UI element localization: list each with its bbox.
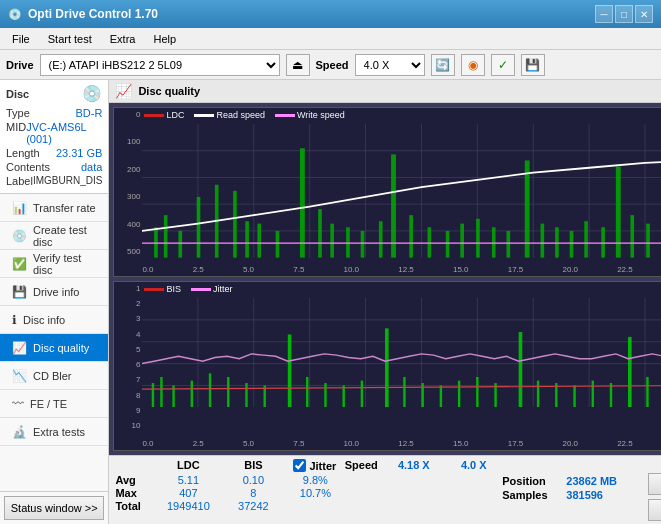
minimize-button[interactable]: ─ xyxy=(595,5,613,23)
sidebar: Disc 💿 Type BD-R MID JVC-AMS6L (001) Len… xyxy=(0,80,109,524)
chart-title: Disc quality xyxy=(138,85,200,97)
total-bis: 37242 xyxy=(223,500,283,512)
svg-rect-85 xyxy=(592,381,594,408)
legend-ldc: LDC xyxy=(144,110,184,120)
nav-verify-test-disc-label: Verify test disc xyxy=(33,252,96,276)
nav-drive-info-label: Drive info xyxy=(33,286,79,298)
jitter-header-label: Jitter xyxy=(309,460,336,472)
legend-bis: BIS xyxy=(144,284,181,294)
maximize-button[interactable]: □ xyxy=(615,5,633,23)
verify-button[interactable]: ✓ xyxy=(491,54,515,76)
menu-help[interactable]: Help xyxy=(145,31,184,47)
stats-panel: LDC BIS Jitter Speed 4.18 X 4.0 X Avg 5.… xyxy=(109,455,661,524)
drive-select[interactable]: (E:) ATAPI iHBS212 2 5L09 xyxy=(40,54,280,76)
mid-value: JVC-AMS6L (001) xyxy=(26,121,102,145)
avg-ldc: 5.11 xyxy=(153,474,223,486)
chart-header: 📈 Disc quality xyxy=(109,80,661,103)
speed-select[interactable]: 4.0 X xyxy=(355,54,425,76)
nav-fe-te-label: FE / TE xyxy=(30,398,67,410)
ldc-dot xyxy=(144,114,164,117)
svg-rect-79 xyxy=(477,377,479,407)
nav-extra-tests[interactable]: 🔬 Extra tests xyxy=(0,418,108,446)
menubar: File Start test Extra Help xyxy=(0,28,661,50)
menu-file[interactable]: File xyxy=(4,31,38,47)
position-row: Position 23862 MB xyxy=(502,475,642,487)
svg-rect-69 xyxy=(288,334,292,407)
drivebar: Drive (E:) ATAPI iHBS212 2 5L09 ⏏ Speed … xyxy=(0,50,661,80)
refresh-button[interactable]: 🔄 xyxy=(431,54,455,76)
stats-max-row: Max 407 8 10.7% xyxy=(115,487,496,499)
disc-info-icon: ℹ xyxy=(12,313,17,327)
speed-header: Speed xyxy=(336,459,386,472)
extra-tests-icon: 🔬 xyxy=(12,425,27,439)
svg-rect-31 xyxy=(446,231,450,258)
disc-icon: 💿 xyxy=(82,84,102,103)
svg-rect-37 xyxy=(541,224,545,258)
nav-extra-tests-label: Extra tests xyxy=(33,426,85,438)
nav-drive-info[interactable]: 💾 Drive info xyxy=(0,278,108,306)
max-ldc: 407 xyxy=(153,487,223,499)
legend-write-speed-label: Write speed xyxy=(297,110,345,120)
burn-button[interactable]: ◉ xyxy=(461,54,485,76)
svg-rect-77 xyxy=(440,385,442,407)
nav-transfer-rate[interactable]: 📊 Transfer rate xyxy=(0,194,108,222)
eject-button[interactable]: ⏏ xyxy=(286,54,310,76)
nav-create-test-disc[interactable]: 💿 Create test disc xyxy=(0,222,108,250)
nav-items: 📊 Transfer rate 💿 Create test disc ✅ Ver… xyxy=(0,194,108,491)
svg-rect-33 xyxy=(477,219,481,258)
svg-rect-62 xyxy=(161,377,163,407)
jitter-checkbox[interactable] xyxy=(293,459,306,472)
contents-value: data xyxy=(81,161,102,173)
start-part-button[interactable]: Start part xyxy=(648,499,661,521)
spacer xyxy=(283,459,293,472)
legend-jitter-label: Jitter xyxy=(213,284,233,294)
avg-bis: 0.10 xyxy=(223,474,283,486)
titlebar-controls: ─ □ ✕ xyxy=(595,5,653,23)
samples-label: Samples xyxy=(502,489,562,501)
svg-rect-24 xyxy=(331,224,335,258)
status-window-button[interactable]: Status window >> xyxy=(4,496,104,520)
svg-rect-26 xyxy=(361,231,365,258)
nav-disc-info[interactable]: ℹ Disc info xyxy=(0,306,108,334)
svg-rect-27 xyxy=(379,221,383,257)
fe-te-icon: 〰 xyxy=(12,397,24,411)
content-area: 📈 Disc quality LDC Read speed xyxy=(109,80,661,524)
close-button[interactable]: ✕ xyxy=(635,5,653,23)
bottom-chart-x-axis: 0.0 2.5 5.0 7.5 10.0 12.5 15.0 17.5 20.0… xyxy=(142,439,661,448)
read-speed-dot xyxy=(194,114,214,117)
nav-create-test-disc-label: Create test disc xyxy=(33,224,96,248)
start-full-button[interactable]: Start full xyxy=(648,473,661,495)
speed-unit-header: 4.0 X xyxy=(451,459,496,472)
titlebar: 💿 Opti Drive Control 1.70 ─ □ ✕ xyxy=(0,0,661,28)
top-chart-x-axis: 0.0 2.5 5.0 7.5 10.0 12.5 15.0 17.5 20.0… xyxy=(142,265,661,274)
svg-rect-15 xyxy=(179,231,183,258)
ldc-header: LDC xyxy=(153,459,223,472)
svg-rect-40 xyxy=(585,221,589,257)
legend-write-speed: Write speed xyxy=(275,110,345,120)
nav-fe-te[interactable]: 〰 FE / TE xyxy=(0,390,108,418)
svg-rect-23 xyxy=(319,209,323,258)
action-buttons: Start full Start part xyxy=(648,459,661,521)
samples-row: Samples 381596 xyxy=(502,489,642,501)
nav-disc-quality-label: Disc quality xyxy=(33,342,89,354)
nav-cd-bler[interactable]: 📉 CD Bler xyxy=(0,362,108,390)
menu-start-test[interactable]: Start test xyxy=(40,31,100,47)
position-samples: Position 23862 MB Samples 381596 xyxy=(502,459,642,501)
chart-header-icon: 📈 xyxy=(115,83,132,99)
disc-mid-row: MID JVC-AMS6L (001) xyxy=(6,121,102,145)
nav-verify-test-disc[interactable]: ✅ Verify test disc xyxy=(0,250,108,278)
svg-rect-73 xyxy=(361,381,363,408)
disc-title: Disc xyxy=(6,88,29,100)
svg-rect-86 xyxy=(610,383,612,407)
legend-read-speed: Read speed xyxy=(194,110,265,120)
position-value: 23862 MB xyxy=(566,475,617,487)
type-value: BD-R xyxy=(75,107,102,119)
nav-disc-quality[interactable]: 📈 Disc quality xyxy=(0,334,108,362)
status-bar-left: Status window >> xyxy=(0,491,108,524)
nav-disc-info-label: Disc info xyxy=(23,314,65,326)
stats-table: LDC BIS Jitter Speed 4.18 X 4.0 X Avg 5.… xyxy=(115,459,496,512)
max-jitter: 10.7% xyxy=(283,487,347,499)
avg-label: Avg xyxy=(115,474,153,486)
menu-extra[interactable]: Extra xyxy=(102,31,144,47)
save-button[interactable]: 💾 xyxy=(521,54,545,76)
